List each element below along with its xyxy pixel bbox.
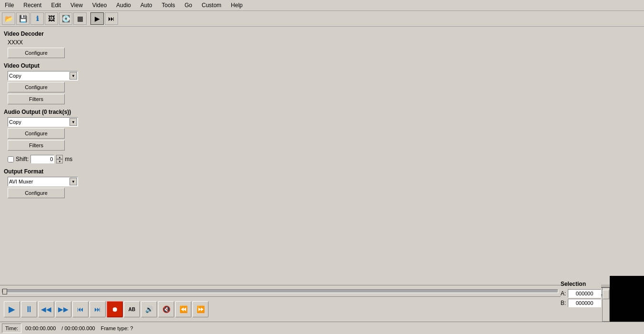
- audio-output-filters-button[interactable]: Filters: [8, 140, 65, 151]
- scrubber-thumb[interactable]: [2, 289, 7, 294]
- timeline-bar: ⚙: [0, 285, 644, 297]
- info-button[interactable]: ℹ: [30, 12, 44, 25]
- next-encode-icon: ⏭: [108, 15, 115, 22]
- output-format-section: Output Format AVI Muxer MP4 Muxer MKV Mu…: [4, 168, 640, 200]
- selection-b-label: B:: [561, 300, 566, 306]
- audio-output-configure-button[interactable]: Configure: [8, 128, 65, 139]
- status-bar: Time: 00:00:00.000 / 00:00:00.000 Frame …: [0, 322, 644, 334]
- video-decoder-value: XXXX: [8, 39, 640, 46]
- prev-key-transport-icon: ⏪: [179, 305, 188, 313]
- audio-tracks-label: (0 track(s)): [42, 109, 71, 115]
- frame-type-value: Frame type: ?: [99, 325, 135, 331]
- next-key-transport-button[interactable]: ⏩: [192, 301, 208, 317]
- volume-slider-thumb[interactable]: [603, 290, 609, 299]
- ab-transport-button[interactable]: AB: [124, 301, 140, 317]
- time-value: 00:00:00.000: [23, 325, 58, 331]
- audio-on-transport-icon: 🔊: [145, 305, 153, 313]
- video-output-section: Video Output Copy Encode ▼ Configure Fil…: [4, 62, 640, 106]
- video-decoder-label: Video Decoder: [4, 30, 640, 37]
- forward-transport-button[interactable]: ▶▶: [55, 301, 71, 317]
- menu-help[interactable]: Help: [228, 1, 246, 10]
- pause-transport-icon: ⏸: [25, 304, 33, 314]
- save2-icon: 💽: [62, 15, 70, 22]
- forward-transport-icon: ▶▶: [58, 305, 69, 313]
- shift-up-button[interactable]: ▲: [56, 155, 63, 159]
- audio-output-select-wrapper[interactable]: Copy Encode ▼: [8, 117, 78, 127]
- selection-panel: Selection A: B:: [561, 281, 601, 308]
- bottom-area: ⚙ ▶ ⏸ ◀◀ ▶▶ ⏮ ⏭ ⏺ AB 🔊 �: [0, 285, 644, 334]
- info-icon: ℹ: [36, 15, 39, 22]
- selection-b-row: B:: [561, 299, 601, 307]
- save-icon: 💾: [19, 15, 27, 22]
- selection-a-label: A:: [561, 290, 566, 297]
- menu-recent[interactable]: Recent: [20, 1, 44, 10]
- output-format-label: Output Format: [4, 168, 640, 175]
- shift-input[interactable]: [30, 155, 54, 163]
- transport-bar: ▶ ⏸ ◀◀ ▶▶ ⏮ ⏭ ⏺ AB 🔊 🔇 ⏪: [0, 297, 644, 322]
- record-transport-icon: ⏺: [111, 305, 118, 313]
- batch-icon: ▦: [77, 15, 83, 22]
- menu-go[interactable]: Go: [182, 1, 195, 10]
- shift-spinner: ▲ ▼: [56, 155, 63, 163]
- play-encode-button[interactable]: ▶: [90, 12, 104, 25]
- video-output-filters-button[interactable]: Filters: [8, 94, 65, 104]
- shift-label: Shift:: [16, 156, 29, 162]
- screenshot-icon: 🖼: [48, 15, 55, 22]
- pause-transport-button[interactable]: ⏸: [21, 301, 37, 317]
- save2-button[interactable]: 💽: [59, 12, 72, 25]
- video-decoder-section: Video Decoder XXXX Configure: [4, 30, 640, 60]
- next-encode-button[interactable]: ⏭: [105, 12, 118, 25]
- audio-on-transport-button[interactable]: 🔊: [141, 301, 157, 317]
- time-label: Time:: [2, 324, 21, 333]
- open-button[interactable]: 📂: [2, 12, 15, 25]
- play-encode-icon: ▶: [95, 15, 100, 22]
- next-key-transport-icon: ⏩: [197, 305, 205, 313]
- menu-video[interactable]: Video: [89, 1, 109, 10]
- selection-b-input[interactable]: [568, 299, 601, 307]
- prev-frame-transport-icon: ⏮: [77, 305, 84, 313]
- mute-transport-icon: 🔇: [162, 305, 170, 313]
- ab-transport-icon: AB: [129, 307, 135, 312]
- screenshot-button[interactable]: 🖼: [45, 12, 58, 25]
- menu-view[interactable]: View: [68, 1, 86, 10]
- main-content: Video Decoder XXXX Configure Video Outpu…: [0, 27, 644, 285]
- shift-down-button[interactable]: ▼: [56, 159, 63, 163]
- video-output-label: Video Output: [4, 62, 640, 69]
- rewind-transport-icon: ◀◀: [41, 305, 51, 313]
- next-frame-transport-icon: ⏭: [94, 305, 101, 313]
- video-output-select-wrapper[interactable]: Copy Encode ▼: [8, 71, 78, 81]
- scrubber[interactable]: [2, 289, 558, 293]
- next-frame-transport-button[interactable]: ⏭: [89, 301, 106, 317]
- menu-custom[interactable]: Custom: [199, 1, 224, 10]
- audio-output-label: Audio Output (0 track(s)): [4, 109, 640, 115]
- volume-slider[interactable]: [602, 287, 610, 322]
- save-button[interactable]: 💾: [16, 12, 30, 25]
- open-icon: 📂: [5, 15, 13, 22]
- batch-button[interactable]: ▦: [73, 12, 87, 25]
- total-time-value: / 00:00:00.000: [59, 325, 97, 331]
- shift-checkbox[interactable]: [8, 156, 14, 162]
- output-format-select[interactable]: AVI Muxer MP4 Muxer MKV Muxer: [8, 177, 78, 186]
- output-format-configure-button[interactable]: Configure: [8, 188, 65, 198]
- play-transport-icon: ▶: [9, 304, 15, 314]
- menu-tools[interactable]: Tools: [159, 1, 178, 10]
- menu-audio[interactable]: Audio: [113, 1, 134, 10]
- menu-file[interactable]: File: [2, 1, 17, 10]
- play-transport-button[interactable]: ▶: [4, 301, 20, 317]
- selection-a-input[interactable]: [568, 289, 601, 298]
- menu-edit[interactable]: Edit: [48, 1, 64, 10]
- video-decoder-configure-button[interactable]: Configure: [8, 48, 65, 58]
- mute-transport-button[interactable]: 🔇: [158, 301, 174, 317]
- prev-key-transport-button[interactable]: ⏪: [175, 301, 191, 317]
- audio-output-select[interactable]: Copy Encode: [8, 117, 78, 127]
- rewind-transport-button[interactable]: ◀◀: [38, 301, 54, 317]
- prev-frame-transport-button[interactable]: ⏮: [72, 301, 89, 317]
- audio-output-section: Audio Output (0 track(s)) Copy Encode ▼ …: [4, 109, 640, 152]
- menu-auto[interactable]: Auto: [138, 1, 155, 10]
- output-format-select-wrapper[interactable]: AVI Muxer MP4 Muxer MKV Muxer ▼: [8, 177, 78, 186]
- record-transport-button[interactable]: ⏺: [107, 301, 123, 317]
- menubar: File Recent Edit View Video Audio Auto T…: [0, 0, 644, 11]
- video-output-select[interactable]: Copy Encode: [8, 71, 78, 81]
- video-output-configure-button[interactable]: Configure: [8, 82, 65, 92]
- preview-box: [610, 276, 644, 322]
